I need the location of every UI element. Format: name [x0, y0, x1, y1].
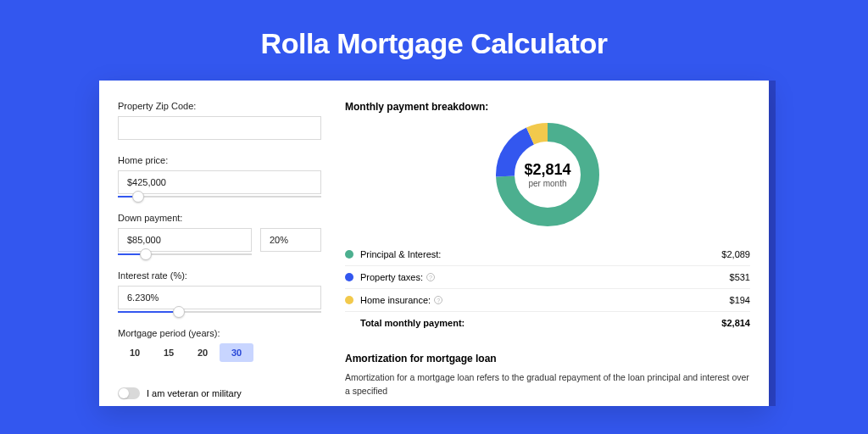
breakdown-row-taxes: Property taxes: ? $531: [345, 266, 750, 289]
field-zip: Property Zip Code:: [118, 101, 321, 140]
field-period: Mortgage period (years): 10 15 20 30: [118, 328, 321, 362]
donut-amount: $2,814: [524, 161, 570, 179]
breakdown-label: Property taxes:: [360, 272, 423, 282]
breakdown-value: $531: [730, 272, 750, 282]
calculator-card: Property Zip Code: Home price: Down paym…: [99, 81, 769, 406]
amortization-title: Amortization for mortgage loan: [345, 353, 750, 364]
legend-dot-icon: [345, 273, 353, 281]
down-payment-slider[interactable]: [118, 253, 252, 255]
info-icon[interactable]: ?: [434, 296, 442, 304]
slider-thumb-icon[interactable]: [140, 248, 152, 260]
period-20-button[interactable]: 20: [186, 343, 220, 362]
zip-label: Property Zip Code:: [118, 101, 321, 111]
veteran-label: I am veteran or military: [147, 388, 242, 398]
interest-rate-slider[interactable]: [118, 311, 321, 313]
home-price-input[interactable]: [118, 170, 321, 194]
breakdown-title: Monthly payment breakdown:: [345, 101, 750, 113]
period-label: Mortgage period (years):: [118, 328, 321, 338]
home-price-label: Home price:: [118, 155, 321, 165]
down-payment-pct-input[interactable]: [260, 228, 321, 252]
slider-thumb-icon[interactable]: [173, 306, 185, 318]
breakdown-panel: Monthly payment breakdown: $2,814 per mo…: [321, 101, 750, 406]
breakdown-value: $194: [730, 295, 750, 305]
slider-thumb-icon[interactable]: [132, 191, 144, 203]
legend-dot-icon: [345, 296, 353, 304]
down-payment-label: Down payment:: [118, 213, 321, 223]
breakdown-label: Principal & Interest:: [360, 249, 721, 259]
page-title: Rolla Mortgage Calculator: [0, 0, 868, 81]
veteran-toggle-row: I am veteran or military: [118, 387, 321, 399]
period-options: 10 15 20 30: [118, 343, 321, 362]
breakdown-total-value: $2,814: [721, 318, 750, 328]
inputs-panel: Property Zip Code: Home price: Down paym…: [118, 101, 321, 406]
amortization-body: Amortization for a mortgage loan refers …: [345, 371, 750, 398]
info-icon[interactable]: ?: [426, 273, 435, 281]
field-interest-rate: Interest rate (%):: [118, 270, 321, 313]
donut-subtext: per month: [528, 179, 566, 188]
interest-rate-label: Interest rate (%):: [118, 270, 321, 281]
breakdown-row-principal: Principal & Interest: $2,089: [345, 243, 750, 266]
interest-rate-input[interactable]: [118, 286, 321, 309]
veteran-toggle[interactable]: [118, 387, 140, 399]
breakdown-row-total: Total monthly payment: $2,814: [345, 312, 750, 334]
down-payment-input[interactable]: [118, 228, 252, 252]
field-down-payment: Down payment:: [118, 213, 321, 255]
field-home-price: Home price:: [118, 155, 321, 198]
legend-dot-icon: [345, 250, 353, 259]
zip-input[interactable]: [118, 116, 321, 140]
payment-donut-chart: $2,814 per month: [494, 121, 601, 228]
breakdown-row-insurance: Home insurance: ? $194: [345, 289, 750, 312]
breakdown-value: $2,089: [721, 249, 750, 259]
home-price-slider[interactable]: [118, 196, 321, 198]
period-15-button[interactable]: 15: [152, 343, 186, 362]
breakdown-total-label: Total monthly payment:: [360, 318, 721, 328]
period-10-button[interactable]: 10: [118, 343, 152, 362]
breakdown-label: Home insurance:: [360, 295, 431, 305]
amortization-section: Amortization for mortgage loan Amortizat…: [345, 353, 750, 398]
breakdown-list: Principal & Interest: $2,089 Property ta…: [345, 243, 750, 334]
period-30-button[interactable]: 30: [220, 343, 253, 362]
